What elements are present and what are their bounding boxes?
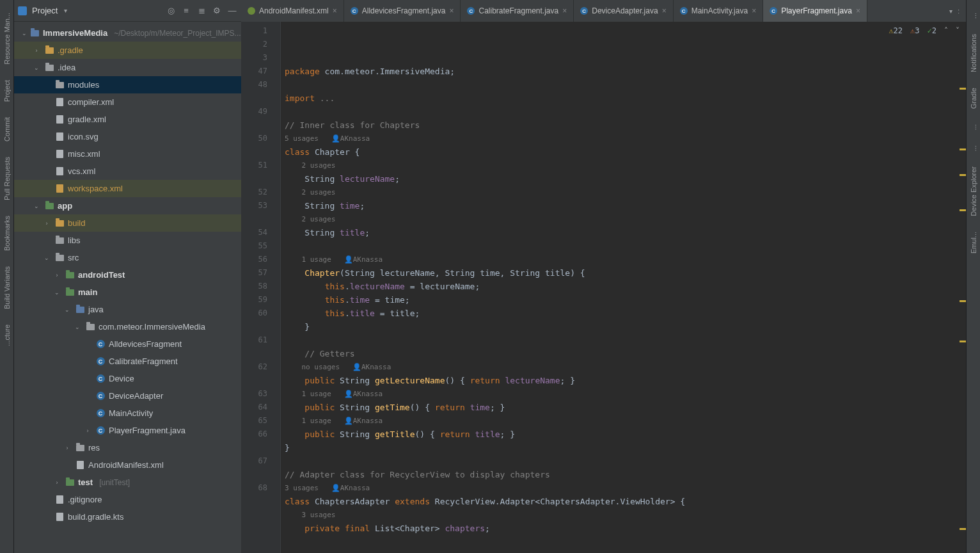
tree-node[interactable]: AndroidManifest.xml [14, 456, 241, 474]
code-inlay[interactable]: 2 usages [285, 186, 966, 199]
locate-icon[interactable]: ◎ [166, 6, 176, 16]
code-line[interactable]: Chapter(String lectureName, String time,… [285, 266, 966, 280]
tree-twisty-icon[interactable]: › [52, 479, 61, 486]
tree-twisty-icon[interactable]: ⌄ [32, 65, 41, 71]
prev-highlight-icon[interactable]: ˄ [944, 24, 948, 38]
tree-twisty-icon[interactable]: › [52, 272, 61, 278]
line-number[interactable] [241, 347, 280, 360]
tree-twisty-icon[interactable]: ⌄ [32, 203, 41, 209]
tool-button[interactable]: Commit [3, 117, 11, 141]
tree-node[interactable]: vcs.xml [14, 163, 241, 180]
tree-node[interactable]: compiler.xml [14, 93, 241, 111]
code-line[interactable]: public String getTitle() { return title;… [285, 428, 966, 441]
tree-node[interactable]: CAlldevicesFragment [14, 335, 241, 353]
tool-button[interactable]: Bookmarks [3, 216, 11, 251]
tree-twisty-icon[interactable]: ⌄ [42, 255, 51, 261]
tree-node[interactable]: ⌄java [14, 301, 241, 318]
code-inlay[interactable]: 2 usages [285, 159, 966, 172]
line-number[interactable]: 58 [241, 280, 280, 293]
code-line[interactable]: class ChaptersAdapter extends RecyclerVi… [285, 495, 966, 508]
line-number[interactable]: 1 [241, 24, 280, 38]
hide-icon[interactable]: — [227, 6, 237, 16]
tree-twisty-icon[interactable]: › [32, 47, 41, 54]
line-number[interactable]: 3 [241, 51, 280, 65]
code-inlay[interactable]: 3 usages AKnassa [285, 481, 966, 495]
tree-node[interactable]: .gitignore [14, 491, 241, 508]
line-number[interactable]: 68 [241, 481, 280, 495]
line-number[interactable]: 59 [241, 293, 280, 307]
tool-button[interactable]: ... [970, 13, 977, 19]
tree-node[interactable]: CDeviceAdapter [14, 387, 241, 405]
tree-node[interactable]: gradle.xml [14, 111, 241, 128]
line-number[interactable]: 48 [241, 78, 280, 92]
inspection-widget[interactable]: 22 3 2 ˄ ˅ [889, 24, 960, 38]
error-stripe[interactable] [957, 47, 966, 553]
line-number[interactable]: 51 [241, 159, 280, 172]
line-number[interactable]: 63 [241, 387, 280, 401]
code-line[interactable]: } [285, 320, 966, 333]
tree-node[interactable]: ›CPlayerFragment.java [14, 422, 241, 439]
code-line[interactable]: } [285, 441, 966, 454]
line-number[interactable] [241, 118, 280, 132]
tool-button[interactable]: ...cture [3, 325, 11, 346]
editor-tab[interactable]: CMainActivity.java× [674, 0, 764, 22]
tree-node[interactable]: icon.svg [14, 128, 241, 145]
tool-button[interactable]: Project [3, 80, 11, 102]
code-line[interactable] [285, 239, 966, 253]
tab-more-icon[interactable]: ▾ [949, 8, 952, 15]
tree-node[interactable]: build.gradle.kts [14, 508, 241, 525]
code-line[interactable]: this.lectureName = lectureName; [285, 280, 966, 293]
line-number[interactable]: 64 [241, 401, 280, 414]
tree-node[interactable]: modules [14, 76, 241, 93]
tool-button[interactable]: Gradle [970, 88, 977, 109]
tab-more-icon[interactable]: : [958, 8, 960, 15]
tree-node[interactable]: ›androidTest [14, 266, 241, 284]
line-number[interactable] [241, 374, 280, 387]
code-line[interactable]: public String getLectureName() { return … [285, 374, 966, 387]
tree-node[interactable]: ›test[unitTest] [14, 474, 241, 491]
tree-node[interactable]: misc.xml [14, 145, 241, 163]
code-line[interactable]: String title; [285, 226, 966, 239]
tool-button[interactable]: ... [970, 145, 977, 151]
line-number[interactable]: 60 [241, 307, 280, 320]
code-inlay[interactable]: 5 usages AKnassa [285, 132, 966, 145]
line-number[interactable]: 50 [241, 132, 280, 145]
code-line[interactable]: String lectureName; [285, 172, 966, 186]
line-number[interactable]: 65 [241, 414, 280, 428]
tool-button[interactable]: Resource Man... [3, 13, 11, 65]
tree-node[interactable]: CDevice [14, 370, 241, 387]
tree-node[interactable]: CCalibrateFragment [14, 353, 241, 370]
tool-button[interactable]: Device Explorer [970, 166, 977, 216]
tool-button[interactable]: Notifications [970, 34, 977, 72]
editor-tab[interactable]: CAlldevicesFragment.java× [344, 0, 461, 22]
tree-twisty-icon[interactable]: ⌄ [73, 324, 82, 330]
line-number[interactable] [241, 212, 280, 226]
line-number[interactable]: 57 [241, 266, 280, 280]
project-title[interactable]: Project [32, 6, 58, 15]
editor-tab[interactable]: CPlayerFragment.java× [763, 0, 867, 22]
gear-icon[interactable]: ⚙ [212, 6, 222, 16]
code-line[interactable]: class Chapter { [285, 145, 966, 159]
tree-twisty-icon[interactable]: › [63, 445, 72, 451]
tree-node[interactable]: ›build [14, 214, 241, 232]
close-icon[interactable]: × [662, 6, 667, 15]
editor-tab[interactable]: CDeviceAdapter.java× [574, 0, 673, 22]
tree-node[interactable]: libs [14, 232, 241, 249]
line-number[interactable]: 49 [241, 105, 280, 118]
code-line[interactable]: this.time = time; [285, 293, 966, 307]
tree-node[interactable]: ⌄src [14, 249, 241, 266]
line-number[interactable]: 2 [241, 38, 280, 51]
line-number[interactable]: 53 [241, 199, 280, 212]
code-line[interactable]: // Adapter class for RecyclerView to dis… [285, 468, 966, 481]
tool-button[interactable]: Pull Requests [3, 157, 11, 200]
line-number[interactable]: 56 [241, 253, 280, 266]
line-number[interactable]: 67 [241, 454, 280, 468]
code-line[interactable]: this.title = title; [285, 307, 966, 320]
collapse-icon[interactable]: ≣ [196, 6, 207, 16]
code-inlay[interactable]: 1 usage AKnassa [285, 414, 966, 428]
code-line[interactable]: // Inner class for Chapters [285, 118, 966, 132]
code-inlay[interactable]: 2 usages [285, 212, 966, 226]
code-line[interactable]: private final List<Chapter> chapters; [285, 522, 966, 535]
tree-node[interactable]: ⌄.idea [14, 59, 241, 76]
line-number[interactable]: 62 [241, 360, 280, 374]
